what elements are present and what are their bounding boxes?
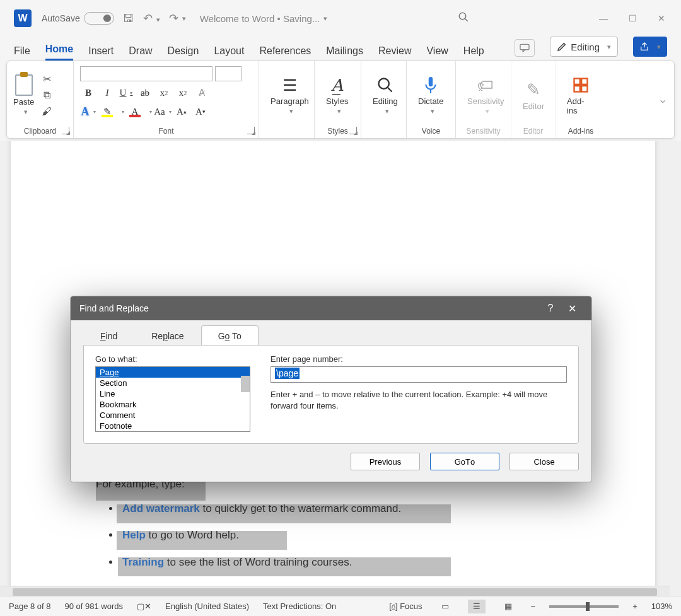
- share-button[interactable]: ▾: [633, 37, 667, 57]
- copy-icon[interactable]: ⧉: [40, 89, 53, 102]
- change-case-button[interactable]: Aa▾: [154, 104, 171, 119]
- help-button[interactable]: ?: [540, 303, 561, 314]
- enter-page-label: Enter page number:: [271, 354, 567, 364]
- tab-insert[interactable]: Insert: [88, 45, 114, 61]
- cut-icon[interactable]: ✂: [40, 73, 53, 85]
- zoom-in-button[interactable]: +: [632, 601, 637, 611]
- paragraph-button[interactable]: ☰ Paragraph ▾: [265, 75, 314, 115]
- svg-rect-2: [520, 44, 529, 49]
- redo-icon[interactable]: ↷: [169, 11, 178, 25]
- zoom-slider[interactable]: [549, 605, 619, 608]
- list-item-line[interactable]: Line: [96, 388, 250, 399]
- superscript-button[interactable]: x2: [175, 85, 191, 100]
- title-dropdown-icon[interactable]: ▾: [323, 15, 327, 23]
- page-number-input[interactable]: \page: [271, 366, 567, 383]
- paragraph-icon: ☰: [282, 75, 297, 95]
- spellcheck-icon[interactable]: ▢✕: [137, 601, 151, 611]
- text-predictions-status[interactable]: Text Predictions: On: [263, 601, 336, 611]
- addins-button[interactable]: Add-ins: [562, 75, 600, 115]
- list-item-bookmark[interactable]: Bookmark: [96, 399, 250, 410]
- editing-group-button[interactable]: Editing ▾: [368, 75, 403, 115]
- svg-rect-9: [574, 86, 580, 91]
- close-button[interactable]: Close: [509, 453, 579, 470]
- tab-home[interactable]: Home: [45, 44, 73, 61]
- editor-button: ✎ Editor: [518, 80, 549, 111]
- web-layout-button[interactable]: ▦: [499, 600, 517, 613]
- font-size-combobox[interactable]: [215, 66, 242, 81]
- font-dialog-launcher[interactable]: [247, 127, 255, 134]
- sensitivity-button: 🏷 Sensitivity ▾: [462, 75, 509, 115]
- goto-button[interactable]: Go To: [430, 453, 499, 470]
- undo-icon[interactable]: ↶▾: [143, 11, 160, 25]
- tab-find[interactable]: Find: [83, 325, 134, 345]
- grow-font-button[interactable]: A▴: [173, 104, 190, 119]
- dialog-title-bar[interactable]: Find and Replace ? ✕: [71, 296, 591, 320]
- italic-button[interactable]: I: [99, 85, 115, 100]
- maximize-button[interactable]: ☐: [618, 6, 647, 31]
- qat-customize-icon[interactable]: ▾: [182, 15, 186, 23]
- sensitivity-icon: 🏷: [477, 75, 494, 95]
- group-label-editor: Editor: [518, 125, 549, 136]
- comments-button[interactable]: [515, 39, 535, 57]
- tab-mailings[interactable]: Mailings: [326, 45, 363, 61]
- list-item-section[interactable]: Section: [96, 378, 250, 388]
- zoom-level[interactable]: 103%: [651, 601, 672, 611]
- highlight-button[interactable]: ✎: [99, 104, 115, 119]
- clear-formatting-button[interactable]: A̷: [194, 85, 210, 100]
- font-name-combobox[interactable]: [80, 66, 212, 81]
- language-status[interactable]: English (United States): [165, 601, 249, 611]
- list-item-page[interactable]: Page: [96, 367, 250, 378]
- tab-file[interactable]: File: [14, 45, 30, 61]
- ribbon: Paste ▾ ✂ ⧉ 🖌 Clipboard B I U▾ ab x2: [6, 61, 675, 139]
- clipboard-dialog-launcher[interactable]: [62, 127, 69, 134]
- autosave-toggle[interactable]: On: [84, 12, 114, 25]
- bold-button[interactable]: B: [80, 85, 96, 100]
- minimize-button[interactable]: —: [589, 6, 618, 31]
- close-dialog-button[interactable]: ✕: [561, 303, 583, 315]
- goto-what-listbox[interactable]: Page Section Line Bookmark Comment Footn…: [95, 366, 250, 432]
- list-item: Help to go to Word help.: [120, 528, 537, 543]
- tab-design[interactable]: Design: [168, 45, 199, 61]
- shrink-font-button[interactable]: A▾: [192, 104, 209, 119]
- tab-draw[interactable]: Draw: [129, 45, 152, 61]
- list-item-footnote[interactable]: Footnote: [96, 421, 250, 431]
- tab-review[interactable]: Review: [378, 45, 411, 61]
- tab-replace[interactable]: Replace: [134, 325, 201, 345]
- svg-point-3: [378, 79, 388, 89]
- text-effects-button[interactable]: A▾: [80, 104, 96, 119]
- tab-view[interactable]: View: [426, 45, 448, 61]
- zoom-out-button[interactable]: −: [531, 601, 536, 611]
- list-item-comment[interactable]: Comment: [96, 410, 250, 421]
- title-bar: W AutoSave On 🖫 ↶▾ ↷ ▾ Welcome to Word •…: [0, 0, 681, 37]
- tab-references[interactable]: References: [259, 45, 311, 61]
- word-count[interactable]: 90 of 981 words: [65, 601, 124, 611]
- font-color-button[interactable]: A: [127, 104, 143, 119]
- tab-help[interactable]: Help: [463, 45, 484, 61]
- save-icon[interactable]: 🖫: [123, 12, 134, 25]
- strikethrough-button[interactable]: ab: [137, 85, 153, 100]
- close-window-button[interactable]: ✕: [647, 6, 676, 31]
- styles-dialog-launcher[interactable]: [349, 127, 357, 134]
- tab-goto[interactable]: Go To: [201, 325, 259, 345]
- search-icon[interactable]: [458, 11, 469, 25]
- styles-button[interactable]: A̲ Styles ▾: [321, 75, 353, 115]
- format-painter-icon[interactable]: 🖌: [40, 105, 53, 118]
- print-layout-button[interactable]: ☰: [468, 600, 486, 613]
- underline-button[interactable]: U▾: [118, 85, 134, 100]
- read-mode-button[interactable]: ▭: [436, 600, 454, 613]
- tab-layout[interactable]: Layout: [214, 45, 244, 61]
- previous-button[interactable]: Previous: [351, 453, 420, 470]
- ribbon-collapse-icon[interactable]: ⌵: [660, 95, 665, 105]
- subscript-button[interactable]: x2: [156, 85, 172, 100]
- dictate-button[interactable]: Dictate ▾: [413, 75, 448, 115]
- editing-mode-button[interactable]: Editing ▾: [550, 37, 618, 57]
- group-label-addins: Add-ins: [562, 125, 600, 136]
- list-item: Add watermark to quickly get to the wate…: [120, 501, 537, 517]
- page-status[interactable]: Page 8 of 8: [9, 601, 51, 611]
- ribbon-tabs: File Home Insert Draw Design Layout Refe…: [0, 37, 681, 61]
- search-icon: [376, 75, 394, 95]
- paste-button[interactable]: Paste ▾: [13, 74, 34, 116]
- vertical-scrollbar[interactable]: [670, 141, 681, 592]
- focus-mode-button[interactable]: [⎙] Focus: [389, 601, 422, 611]
- svg-line-1: [465, 18, 468, 21]
